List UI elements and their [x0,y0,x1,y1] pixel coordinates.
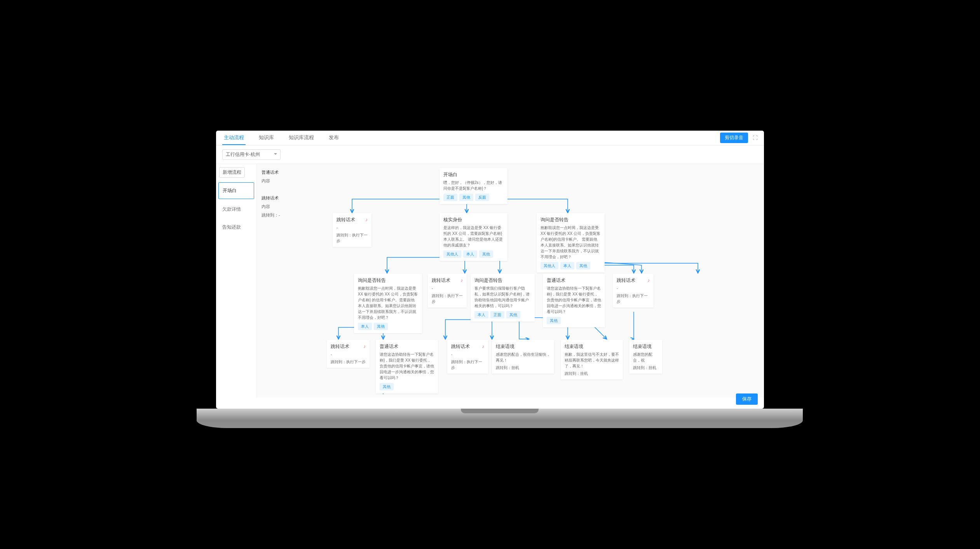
chip-other[interactable]: 其他 [479,250,493,258]
expand-icon[interactable]: ⛶ [753,135,758,141]
chip-otherperson[interactable]: 其他人 [443,250,461,258]
panel-c3: 跳转到：- [262,211,291,219]
chip-other[interactable]: 其他 [547,317,561,324]
node-end2[interactable]: 结束语境 抱歉，我这里信号不太好，要不稍后再联系您吧，今天就先这样了，再见！ 跳… [561,340,623,379]
node-title: 询问是否转告 [474,277,531,284]
node-jump-1[interactable]: 跳转话术♪ - 跳转到：执行下一步 [333,213,371,247]
flow-canvas[interactable]: 开场白 嘿，您好，（停顿2s），您好，请问你是不是${客户名称}？ 正面 其他 … [296,164,764,397]
chip-other[interactable]: 其他 [374,323,388,330]
chip-self[interactable]: 本人 [358,323,372,330]
node-title: 询问是否转告 [541,216,601,223]
node-ask2[interactable]: 询问是否转告 抱歉耽误您一点时间，我这边是受 XX 银行委托的 XX 公司，负责… [354,274,422,333]
chip-other[interactable]: 其他 [506,311,520,318]
node-content: - [617,285,650,291]
chip-self[interactable]: 本人 [560,262,574,269]
node-title: 普通话术 [547,277,601,284]
node-content: 请您这边协助转告一下${客户名称}，我们是受 XX 银行委托，负责他的信用卡帐户… [380,351,434,381]
flow-select[interactable]: 工行信用卡-杭州 [222,149,281,160]
tab-kb[interactable]: 知识库 [257,131,276,145]
node-jump: 跳转到：执行下一步 [617,293,650,304]
chip-self[interactable]: 本人 [463,250,477,258]
node-title: 结束语境 [496,343,550,350]
tab-main-flow[interactable]: 主动流程 [222,131,246,145]
node-content: 客户要求我们保障银行客户隐私，如果您认识${客户名称}，请协助转告他回电沟通信用… [474,285,531,309]
node-jump: 跳转到：挂机 [633,365,658,371]
footer: 保存 [730,390,764,409]
notch [461,409,539,413]
node-jump-2[interactable]: 跳转话术♪ - 跳转到：执行下一步 [428,274,467,308]
node-ask3[interactable]: 询问是否转告 客户要求我们保障银行客户隐私，如果您认识${客户名称}，请协助转告… [471,274,535,322]
node-title: 询问是否转告 [358,277,418,284]
node-verify[interactable]: 核实身份 是这样的，我这边是受 XX 银行委托的 XX 公司，需要跟${客户名称… [439,213,507,261]
chip-negative[interactable]: 反面 [475,194,489,201]
node-content: 感谢您的配合，祝 [633,351,658,363]
node-jump: 跳转到：挂机 [565,371,619,376]
laptop-base [197,409,803,428]
node-jump: 跳转到：执行下一步 [331,359,366,365]
node-end3[interactable]: 结束语境 感谢您的配合，祝 跳转到：挂机 [629,340,662,374]
node-title: 跳转话术 [432,278,450,283]
node-jump: 跳转到：执行下一步 [432,293,463,304]
node-content: 是这样的，我这边是受 XX 银行委托的 XX 公司，需要跟${客户名称}本人联系… [443,225,504,248]
node-title: 结束语境 [565,343,619,350]
headset-icon: ♪ [482,343,484,350]
node-content: 抱歉耽误您一点时间，我这边是受 XX 银行委托的 XX 公司，负责${客户名称}… [541,225,601,260]
node-jump-3[interactable]: 跳转话术♪ - 跳转到：执行下一步 [613,274,654,308]
panel-c2: 内容 [262,202,291,211]
node-jump-5[interactable]: 跳转话术♪ - 跳转到：执行下一步 [447,340,488,374]
side-item-inform[interactable]: 告知还款 [216,219,256,236]
node-content: 抱歉耽误您一点时间，我这边是受 XX 银行委托的 XX 公司，负责${客户名称}… [358,285,418,320]
chip-other[interactable]: 其他 [380,383,394,390]
panel-c1: 内容 [262,177,291,185]
node-title: 跳转话术 [617,278,635,283]
node-content: - [331,351,366,357]
node-content: 请您这边协助转告一下${客户名称}，我们是受 XX 银行委托，负责他的信用卡帐户… [547,285,601,315]
node-title: 开场白 [443,171,504,178]
topbar: 主动流程 知识库 知识库流程 发布 剪切录音 ⛶ [216,131,764,145]
node-content: 抱歉，我这里信号不太好，要不稍后再联系您吧，今天就先这样了，再见！ [565,351,619,369]
node-content: - [432,285,463,291]
node-title: 普通话术 [380,343,434,350]
node-title: 跳转话术 [451,344,470,349]
side-item-opening[interactable]: 开场白 [218,182,254,199]
chip-other[interactable]: 其他 [576,262,590,269]
subbar: 工行信用卡-杭州 [216,145,764,164]
node-end1[interactable]: 结束语境 感谢您的配合，祝你生活愉快，再见！ 跳转到：挂机 [492,340,554,374]
app-screen: 主动流程 知识库 知识库流程 发布 剪切录音 ⛶ 工行信用卡-杭州 新增流程 开… [216,131,764,409]
side-panel: 普通话术 内容 跳转话术 内容 跳转到：- [257,164,296,397]
chip-positive[interactable]: 正面 [490,311,504,318]
chip-self[interactable]: 本人 [474,311,488,318]
cut-audio-button[interactable]: 剪切录音 [720,133,748,143]
node-content: - [337,225,368,231]
chip-positive[interactable]: 正面 [443,194,457,201]
tab-kb-flow[interactable]: 知识库流程 [287,131,316,145]
node-pt2[interactable]: 普通话术 请您这边协助转告一下${客户名称}，我们是受 XX 银行委托，负责他的… [376,340,438,393]
headset-icon: ♪ [460,277,463,284]
panel-h1: 普通话术 [262,170,279,175]
tab-publish[interactable]: 发布 [327,131,340,145]
node-ask1[interactable]: 询问是否转告 抱歉耽误您一点时间，我这边是受 XX 银行委托的 XX 公司，负责… [537,213,605,273]
side-item-debt[interactable]: 欠款详情 [216,201,256,219]
node-jump: 跳转到：挂机 [496,365,550,371]
tabs: 主动流程 知识库 知识库流程 发布 [222,131,720,145]
node-title: 跳转话术 [337,217,355,222]
headset-icon: ♪ [363,343,366,350]
node-jump-4[interactable]: 跳转话术♪ - 跳转到：执行下一步 [327,340,370,368]
save-button[interactable]: 保存 [736,393,758,405]
node-pt1[interactable]: 普通话术 请您这边协助转告一下${客户名称}，我们是受 XX 银行委托，负责他的… [543,274,605,327]
node-content: 感谢您的配合，祝你生活愉快，再见！ [496,351,550,363]
laptop-frame: 主动流程 知识库 知识库流程 发布 剪切录音 ⛶ 工行信用卡-杭州 新增流程 开… [206,121,774,428]
chip-otherperson[interactable]: 其他人 [541,262,558,269]
node-jump: 跳转到：执行下一步 [337,232,368,244]
headset-icon: ♪ [365,216,368,223]
node-title: 核实身份 [443,216,504,223]
node-opening[interactable]: 开场白 嘿，您好，（停顿2s），您好，请问你是不是${客户名称}？ 正面 其他 … [439,168,507,204]
sidebar: 新增流程 开场白 欠款详情 告知还款 [216,164,257,397]
node-content: - [451,351,484,357]
node-content: 嘿，您好，（停顿2s），您好，请问你是不是${客户名称}？ [443,180,504,191]
main-area: 新增流程 开场白 欠款详情 告知还款 普通话术 内容 跳转话术 内容 跳转到：- [216,164,764,397]
node-title: 结束语境 [633,343,658,350]
chip-other[interactable]: 其他 [459,194,473,201]
new-flow-button[interactable]: 新增流程 [219,167,245,178]
node-title: 跳转话术 [331,344,349,349]
